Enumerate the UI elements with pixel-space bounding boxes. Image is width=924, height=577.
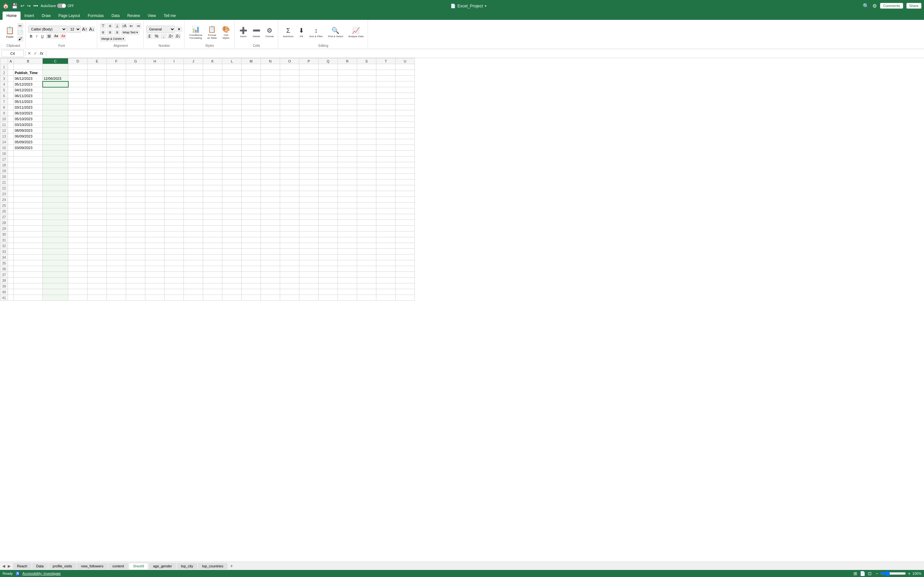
- cell-g9[interactable]: [126, 110, 145, 116]
- cell-f13[interactable]: [107, 133, 126, 139]
- cell-n34[interactable]: [261, 255, 280, 260]
- cell-r25[interactable]: [338, 203, 357, 208]
- cell-t8[interactable]: [376, 105, 396, 110]
- cell-o2[interactable]: [280, 70, 299, 76]
- cell-m4[interactable]: [242, 81, 261, 87]
- cell-n26[interactable]: [261, 208, 280, 214]
- cell-a22[interactable]: [8, 185, 14, 191]
- cell-m22[interactable]: [242, 185, 261, 191]
- format-table-button[interactable]: 📋 Formatas Table: [205, 24, 219, 41]
- cell-u31[interactable]: [396, 237, 415, 243]
- cell-t26[interactable]: [376, 208, 396, 214]
- cell-f36[interactable]: [107, 266, 126, 272]
- cell-h38[interactable]: [145, 277, 165, 284]
- cell-q4[interactable]: [318, 81, 338, 87]
- cell-b13[interactable]: 06/09/2023: [14, 133, 43, 139]
- cell-u23[interactable]: [396, 191, 415, 197]
- cell-m5[interactable]: [242, 87, 261, 93]
- cell-l2[interactable]: [222, 70, 242, 76]
- tab-home[interactable]: Home: [3, 11, 21, 20]
- cell-h35[interactable]: [145, 260, 165, 266]
- cell-s22[interactable]: [357, 185, 376, 191]
- cell-d3[interactable]: [68, 76, 87, 81]
- share-button[interactable]: Share: [906, 3, 921, 9]
- cell-e37[interactable]: [87, 272, 107, 277]
- cell-g12[interactable]: [126, 127, 145, 133]
- cell-m35[interactable]: [242, 260, 261, 266]
- cell-j13[interactable]: [184, 133, 203, 139]
- cell-r12[interactable]: [338, 127, 357, 133]
- cell-f21[interactable]: [107, 179, 126, 185]
- cell-b8[interactable]: 03/11/2023: [14, 105, 43, 110]
- cell-u24[interactable]: [396, 197, 415, 203]
- cell-r9[interactable]: [338, 110, 357, 116]
- cell-p28[interactable]: [299, 220, 318, 226]
- delete-button[interactable]: ➖ Delete: [250, 25, 263, 39]
- cell-j40[interactable]: [184, 289, 203, 295]
- cell-u2[interactable]: [396, 70, 415, 76]
- cell-d13[interactable]: [68, 133, 87, 139]
- cell-q24[interactable]: [318, 197, 338, 203]
- cell-j22[interactable]: [184, 185, 203, 191]
- cell-m37[interactable]: [242, 272, 261, 277]
- cell-u33[interactable]: [396, 249, 415, 255]
- cell-j33[interactable]: [184, 249, 203, 255]
- cell-p21[interactable]: [299, 179, 318, 185]
- cell-r6[interactable]: [338, 93, 357, 99]
- cell-d33[interactable]: [68, 249, 87, 255]
- cell-t18[interactable]: [376, 162, 396, 168]
- cell-d5[interactable]: [68, 87, 87, 93]
- cell-r19[interactable]: [338, 168, 357, 174]
- cell-n36[interactable]: [261, 266, 280, 272]
- cell-n40[interactable]: [261, 289, 280, 295]
- cell-o29[interactable]: [280, 226, 299, 231]
- cell-e32[interactable]: [87, 243, 107, 249]
- cell-p7[interactable]: [299, 99, 318, 105]
- col-header-I[interactable]: I: [165, 58, 184, 64]
- sheet-main[interactable]: A B C D E F G H I J K L M N O: [0, 58, 924, 562]
- cell-k29[interactable]: [203, 226, 222, 231]
- cell-u15[interactable]: [396, 145, 415, 151]
- cell-s25[interactable]: [357, 203, 376, 208]
- cell-c16[interactable]: [43, 151, 68, 156]
- cell-n24[interactable]: [261, 197, 280, 203]
- cell-f30[interactable]: [107, 231, 126, 237]
- cell-q26[interactable]: [318, 208, 338, 214]
- sheet-tab-reach[interactable]: Reach: [13, 563, 31, 569]
- col-header-C[interactable]: C: [43, 58, 68, 64]
- cell-o19[interactable]: [280, 168, 299, 174]
- cell-j4[interactable]: [184, 81, 203, 87]
- cell-h15[interactable]: [145, 145, 165, 151]
- cell-b14[interactable]: 05/09/2023: [14, 139, 43, 145]
- cell-d14[interactable]: [68, 139, 87, 145]
- cell-s10[interactable]: [357, 116, 376, 122]
- cell-o18[interactable]: [280, 162, 299, 168]
- cell-r15[interactable]: [338, 145, 357, 151]
- cell-n20[interactable]: [261, 174, 280, 179]
- zoom-out-button[interactable]: −: [875, 571, 879, 576]
- cell-t23[interactable]: [376, 191, 396, 197]
- cell-j14[interactable]: [184, 139, 203, 145]
- cell-r21[interactable]: [338, 179, 357, 185]
- autosave-switch[interactable]: [57, 3, 66, 8]
- cell-s31[interactable]: [357, 237, 376, 243]
- cell-q30[interactable]: [318, 231, 338, 237]
- cell-k41[interactable]: [203, 295, 222, 301]
- cell-b24[interactable]: [14, 197, 43, 203]
- cell-n37[interactable]: [261, 272, 280, 277]
- cell-q18[interactable]: [318, 162, 338, 168]
- cell-b20[interactable]: [14, 174, 43, 179]
- cell-m36[interactable]: [242, 266, 261, 272]
- cell-e6[interactable]: [87, 93, 107, 99]
- italic-button[interactable]: I: [35, 34, 39, 39]
- cell-q40[interactable]: [318, 289, 338, 295]
- cell-s32[interactable]: [357, 243, 376, 249]
- cell-m17[interactable]: [242, 156, 261, 162]
- cell-k33[interactable]: [203, 249, 222, 255]
- cell-r31[interactable]: [338, 237, 357, 243]
- cell-b3[interactable]: 06/12/2023: [14, 76, 43, 81]
- cell-m41[interactable]: [242, 295, 261, 301]
- cell-a18[interactable]: [8, 162, 14, 168]
- cell-r7[interactable]: [338, 99, 357, 105]
- cell-a1[interactable]: [8, 64, 14, 70]
